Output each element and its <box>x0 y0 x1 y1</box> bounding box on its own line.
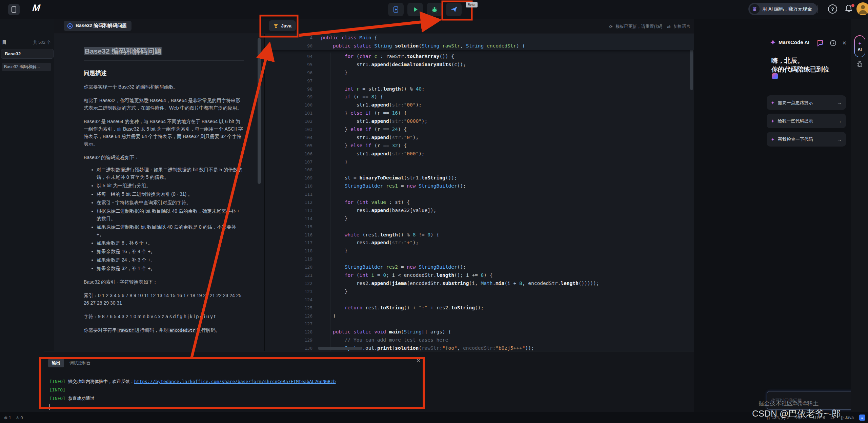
marscode-logo[interactable]: M <box>32 3 40 13</box>
code-line[interactable]: 116 while (res1.length() % 8 != 0) { <box>265 231 694 239</box>
code-line[interactable]: 103 } else if (r == 24) { <box>265 126 694 134</box>
code-line[interactable]: 104 str1.append(str:"0"); <box>265 134 694 142</box>
code-line[interactable]: 128 public static void main(String[] arg… <box>265 328 694 336</box>
code-line[interactable]: 119 <box>265 255 694 263</box>
history-icon[interactable] <box>830 40 836 46</box>
new-chat-icon[interactable] <box>817 39 824 46</box>
editor-header-row: Base32 编码和解码问题 Java ⟳ 模板已更新，请重置代码 ⇄ 切换语言 <box>54 19 694 34</box>
ai-assistant-toggle[interactable]: ✦ AI <box>854 35 865 57</box>
notification-dot <box>851 4 854 7</box>
code-line[interactable]: 129 // You can add more test cases here <box>265 336 694 344</box>
suggestion-card[interactable]: ✦帮我检查一下代码→ <box>767 132 846 147</box>
code-line[interactable]: 107 } <box>265 158 694 166</box>
feedback-icon[interactable]: ≡ <box>859 415 865 421</box>
errors-indicator: ⊗ 1 <box>4 415 11 420</box>
line-number: 104 <box>265 134 312 142</box>
editor-horizontal-scrollbar[interactable] <box>318 347 362 350</box>
code-line[interactable]: 4public class Main { <box>265 34 694 42</box>
code-line[interactable]: 101 } else if (r == 16) { <box>265 109 694 117</box>
ai-promo-banner[interactable]: ♛ 用 AI 编码，赚万元现金 <box>748 3 817 15</box>
problem-scrollbar[interactable] <box>258 38 261 184</box>
log-line: [INFO] <box>49 386 336 394</box>
log-line: [INFO] 恭喜成功通过 <box>49 394 336 403</box>
sidebar-item-problem[interactable]: Base32 编码和解... <box>2 63 51 71</box>
code-line[interactable]: 118 } <box>265 247 694 255</box>
code-line[interactable]: 113 res1.append(base32[value]); <box>265 207 694 215</box>
code-line[interactable]: 95 str1.append(decimalToBinary8Bits(c)); <box>265 61 694 69</box>
console-close-icon[interactable]: ✕ <box>416 358 421 364</box>
code-line[interactable]: 125 return res1.toString() + ":" + res2.… <box>265 304 694 312</box>
tab-debug-console[interactable]: 调试控制台 <box>69 360 91 366</box>
line-number: 120 <box>265 263 312 271</box>
code-line[interactable]: 99 if (r == 8) { <box>265 93 694 101</box>
app-window-icon[interactable] <box>8 4 20 15</box>
statusbar-item[interactable]: {} Java <box>841 415 854 420</box>
code-line[interactable]: 127 <box>265 320 694 328</box>
line-number: 105 <box>265 142 312 150</box>
code-line[interactable]: 120 StringBuilder res2 = new StringBuild… <box>265 263 694 271</box>
line-number: 99 <box>265 93 312 101</box>
inline-code: rawStr <box>117 328 135 333</box>
promo-text: 用 AI 编码，赚万元现金 <box>762 6 812 12</box>
chat-header-icons: ✕ <box>817 39 847 46</box>
code-line[interactable]: 100 str1.append(str:"00"); <box>265 101 694 109</box>
switch-language-link[interactable]: ⇄ 切换语言 <box>667 24 690 30</box>
code-line[interactable]: 124 <box>265 296 694 304</box>
console-logs: [INFO] 提交功能内测体验中，欢迎反馈：https://bytedance.… <box>49 377 336 411</box>
avatar[interactable] <box>856 2 868 15</box>
reset-template-link[interactable]: ⟳ 模板已更新，请重置代码 <box>609 24 662 30</box>
code-line[interactable]: 97 <box>265 77 694 85</box>
chat-close-icon[interactable]: ✕ <box>842 40 847 46</box>
code-line[interactable]: 96 } <box>265 69 694 77</box>
code-line[interactable]: 105 } else if (r == 32) { <box>265 142 694 150</box>
search-input[interactable] <box>1 49 54 59</box>
problems-summary[interactable]: ⊗ 1 ⚠ 0 <box>4 415 23 420</box>
problem-title: Base32 编码和解码问题 <box>84 46 244 56</box>
code-line[interactable]: 126 } <box>265 312 694 320</box>
code-line[interactable]: 112 for (int value : st) { <box>265 198 694 207</box>
sparkle-icon: ✦ <box>771 118 775 124</box>
log-link[interactable]: https://bytedance.larkoffice.com/share/b… <box>134 379 336 384</box>
document-icon <box>12 6 16 13</box>
help-icon[interactable]: ? <box>828 4 837 14</box>
language-selector[interactable]: Java <box>269 20 296 31</box>
code-line[interactable]: 94 for (char c : rawStr.toCharArray()) { <box>265 53 694 61</box>
sticky-scroll-lines: 4public class Main {90 public static Str… <box>265 34 694 50</box>
marscode-ai-panel: MarsCode AI ✕ 嗨，北辰。 你的代码陪练已到位 ✦需要一点思路提示→… <box>694 19 851 412</box>
line-number: 128 <box>265 328 312 336</box>
code-line[interactable]: 106 str1.append(str:"000"); <box>265 150 694 158</box>
notifications-button[interactable] <box>845 4 855 14</box>
suggestion-label: 给我一些代码提示 <box>778 118 834 124</box>
code-line[interactable]: 123 } <box>265 288 694 296</box>
code-line[interactable]: 122 res2.append(jiema(encodedStr.substri… <box>265 280 694 288</box>
code-line[interactable]: 98 int r = str1.length() % 40; <box>265 85 694 93</box>
code-editor[interactable]: 94 for (char c : rawStr.toCharArray()) {… <box>265 34 694 351</box>
code-line[interactable]: 111 <box>265 190 694 198</box>
rail-debug-button[interactable] <box>856 60 863 69</box>
code-line[interactable]: 114 } <box>265 215 694 223</box>
code-line[interactable]: 102 str1.append(str:"0000"); <box>265 117 694 126</box>
line-number: 107 <box>265 158 312 166</box>
ai-submit-beta-button[interactable] <box>446 3 462 16</box>
debug-button[interactable] <box>427 3 442 16</box>
code-line[interactable]: 108 <box>265 166 694 174</box>
code-line[interactable]: 109 st = binaryToDecimal(str1.toString()… <box>265 174 694 182</box>
code-line[interactable]: 110 StringBuilder res1 = new StringBuild… <box>265 182 694 190</box>
code-line[interactable]: 117 res1.append(str:"+"); <box>265 239 694 247</box>
line-number: 109 <box>265 174 312 182</box>
line-number: 103 <box>265 126 312 134</box>
tab-problem[interactable]: Base32 编码和解码问题 <box>64 21 132 31</box>
problem-paragraph: 你需要实现一个 Base32 的编码和解码函数。 <box>84 83 244 91</box>
code-line[interactable]: 115 <box>265 223 694 231</box>
line-number: 130 <box>265 344 312 351</box>
suggestion-card[interactable]: ✦需要一点思路提示→ <box>767 95 846 110</box>
submit-code-button[interactable] <box>388 3 404 16</box>
tab-output[interactable]: 输出 <box>48 359 64 367</box>
divider <box>84 343 244 343</box>
code-viewport[interactable]: 94 for (char c : rawStr.toCharArray()) {… <box>265 53 694 351</box>
decoration-icon <box>772 73 778 79</box>
run-button[interactable] <box>407 3 423 16</box>
code-line[interactable]: 121 for (int i = 0; i < encodedStr.lengt… <box>265 271 694 280</box>
code-line[interactable]: 90 public static String solution(String … <box>265 42 694 50</box>
suggestion-card[interactable]: ✦给我一些代码提示→ <box>767 114 846 128</box>
